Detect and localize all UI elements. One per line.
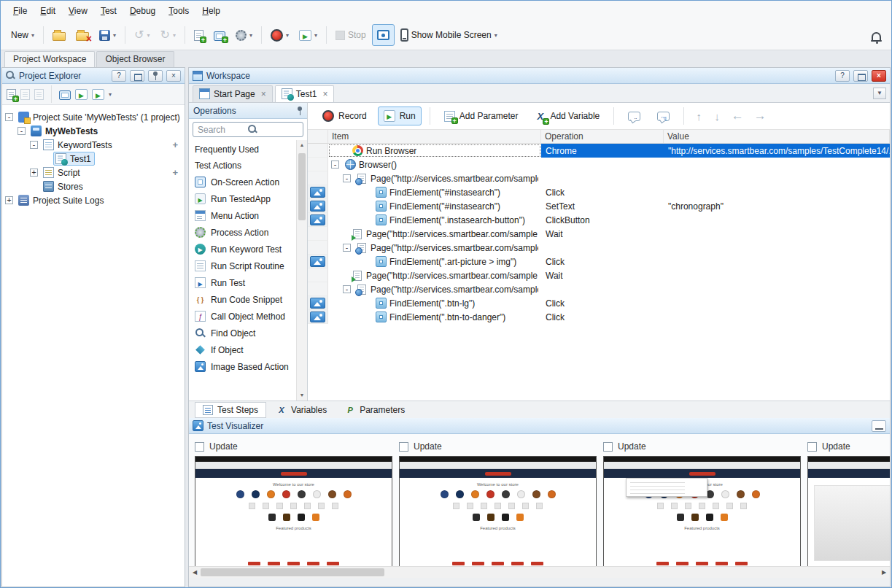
expander-icon[interactable]: - xyxy=(331,160,339,169)
add-tested-app-button[interactable]: + xyxy=(209,24,230,46)
menu-item-edit[interactable]: Edit xyxy=(34,3,62,19)
expander-icon[interactable]: - xyxy=(5,113,13,121)
run-test-button[interactable]: ▾ xyxy=(295,24,322,46)
test-step-row[interactable]: -Page("http://services.smartbear.com/sam… xyxy=(308,171,890,185)
increase-indent-button[interactable]: → xyxy=(751,109,769,123)
menu-item-tools[interactable]: Tools xyxy=(162,3,195,19)
operation-on-screen-action[interactable]: On-Screen Action xyxy=(189,174,296,190)
help-button[interactable]: ? xyxy=(112,70,126,82)
test-step-row[interactable]: FindElement(".instasearch-button")ClickB… xyxy=(308,213,890,227)
scroll-right-icon[interactable]: ▶ xyxy=(878,569,890,576)
options-button[interactable]: ▾ xyxy=(231,24,257,46)
decrease-indent-button[interactable]: ← xyxy=(729,109,746,123)
menu-item-file[interactable]: File xyxy=(7,3,34,19)
test-step-row[interactable]: -Page("http://services.smartbear.com/sam… xyxy=(308,282,890,296)
test-step-row[interactable]: Page("http://services.smartbear.com/samp… xyxy=(308,268,890,282)
scroll-left-icon[interactable]: ◀ xyxy=(189,569,201,576)
scroll-down-icon[interactable]: ▼ xyxy=(297,390,307,401)
update-checkbox[interactable] xyxy=(603,442,613,452)
move-up-button[interactable]: ↑ xyxy=(692,110,705,123)
close-tab-icon[interactable]: × xyxy=(261,89,266,99)
add-new-item-button[interactable]: + xyxy=(190,24,208,46)
redo-button[interactable]: ↻▾ xyxy=(155,24,179,46)
test-step-row[interactable]: Run BrowserChrome"http://services.smartb… xyxy=(308,144,890,158)
undo-button[interactable]: ↺▾ xyxy=(130,24,154,46)
test-step-row[interactable]: FindElement(".btn-to-danger")Click xyxy=(308,310,890,324)
remove-item-icon[interactable] xyxy=(34,89,44,100)
column-header-item[interactable]: Item xyxy=(328,130,541,143)
test-step-row[interactable]: FindElement("#instasearch")Click xyxy=(308,185,890,199)
record-button[interactable]: Record xyxy=(317,107,373,125)
test-step-row[interactable]: FindElement(".btn-lg")Click xyxy=(308,296,890,310)
expander-icon[interactable]: - xyxy=(343,285,351,293)
expander-icon[interactable]: + xyxy=(5,196,13,204)
new-button[interactable]: New▾ xyxy=(7,24,39,46)
view-organizer-icon[interactable] xyxy=(59,90,71,100)
expander-icon[interactable]: - xyxy=(30,141,38,149)
operations-scrollbar[interactable]: ▲ ▼ xyxy=(296,140,307,401)
add-new-item-icon[interactable]: + xyxy=(7,89,16,100)
record-test-button[interactable]: ▾ xyxy=(266,24,293,46)
help-button[interactable]: ? xyxy=(835,70,850,82)
menu-item-debug[interactable]: Debug xyxy=(123,3,162,19)
test-step-row[interactable]: Page("http://services.smartbear.com/samp… xyxy=(308,227,890,241)
test-step-row[interactable]: -Browser() xyxy=(308,158,890,171)
notifications-button[interactable] xyxy=(867,24,885,46)
save-button[interactable]: ▾ xyxy=(95,24,120,46)
add-child-button[interactable]: + xyxy=(172,167,178,178)
update-checkbox[interactable] xyxy=(807,442,817,452)
add-comment-button[interactable] xyxy=(622,108,646,125)
run-selected-icon[interactable] xyxy=(92,89,104,100)
tab-parameters[interactable]: Parameters xyxy=(337,402,413,418)
column-header-operation[interactable]: Operation xyxy=(541,130,664,143)
operations-search-input[interactable]: Search xyxy=(193,122,303,137)
close-tab-icon[interactable]: × xyxy=(322,89,327,99)
tree-row-project-suite-logs[interactable]: +Project Suite Logs xyxy=(2,193,185,207)
operation-run-test[interactable]: Run Test xyxy=(189,274,296,291)
stop-button[interactable]: Stop xyxy=(331,24,371,46)
visualizer-scrollbar[interactable]: ◀ ▶ xyxy=(189,566,890,578)
tree-row-project-suite-mywebtests-1-project[interactable]: -Project Suite 'MyWebTests' (1 project) xyxy=(2,110,185,124)
visualizer-screenshot[interactable]: Welcome to our storeFeatured products xyxy=(399,456,597,566)
pin-panel-button[interactable] xyxy=(148,70,163,82)
operations-group-frequently-used[interactable]: Frequently Used xyxy=(189,142,296,158)
operations-group-test-actions[interactable]: Test Actions xyxy=(189,158,296,174)
tab-test-steps[interactable]: Test Steps xyxy=(195,402,266,418)
operation-menu-action[interactable]: Menu Action xyxy=(189,207,296,224)
update-checkbox[interactable] xyxy=(195,442,204,452)
visualizer-screenshot[interactable] xyxy=(807,456,890,566)
tree-row-stores[interactable]: Stores xyxy=(2,179,185,193)
test-step-row[interactable]: FindElement("#instasearch")SetText"chron… xyxy=(308,199,890,213)
restore-panel-button[interactable] xyxy=(853,70,868,82)
visualizer-frame-icon[interactable] xyxy=(310,256,325,267)
scroll-up-icon[interactable]: ▲ xyxy=(297,140,307,150)
operation-find-object[interactable]: Find Object xyxy=(189,325,296,341)
operation-run-code-snippet[interactable]: Run Code Snippet xyxy=(189,291,296,308)
run-button[interactable]: Run xyxy=(378,107,422,125)
visualizer-frame-icon[interactable] xyxy=(310,201,325,212)
visualizer-screenshot[interactable]: Welcome to our storeFeatured products xyxy=(603,456,801,566)
close-panel-button[interactable]: × xyxy=(166,70,181,82)
operation-image-based-action[interactable]: Image Based Action xyxy=(189,358,296,375)
test-step-row[interactable]: FindElement(".art-picture > img")Click xyxy=(308,255,890,268)
add-description-button[interactable] xyxy=(651,108,675,125)
add-existing-item-icon[interactable] xyxy=(20,89,30,100)
display-object-spy-toggle[interactable] xyxy=(372,24,395,46)
open-button[interactable] xyxy=(48,24,70,46)
operation-process-action[interactable]: Process Action xyxy=(189,224,296,241)
tab-list-dropdown[interactable]: ▼ xyxy=(873,88,886,99)
float-panel-button[interactable] xyxy=(130,70,144,82)
expander-icon[interactable]: - xyxy=(343,174,351,182)
scrollbar-thumb[interactable] xyxy=(298,153,306,220)
operation-run-testedapp[interactable]: Run TestedApp xyxy=(189,190,296,207)
operation-if-object[interactable]: If Object xyxy=(189,341,296,358)
tree-row-keywordtests[interactable]: -KeywordTests+ xyxy=(2,138,185,152)
operation-call-object-method[interactable]: Call Object Method xyxy=(189,308,296,325)
run-project-icon[interactable] xyxy=(75,89,88,100)
column-header-value[interactable]: Value xyxy=(664,130,890,143)
expander-icon[interactable]: - xyxy=(343,244,351,252)
mode-tab-project-workspace[interactable]: Project Workspace xyxy=(4,51,95,67)
pin-icon[interactable] xyxy=(297,107,303,116)
test-step-row[interactable]: -Page("http://services.smartbear.com/sam… xyxy=(308,241,890,255)
menu-item-view[interactable]: View xyxy=(62,3,94,19)
